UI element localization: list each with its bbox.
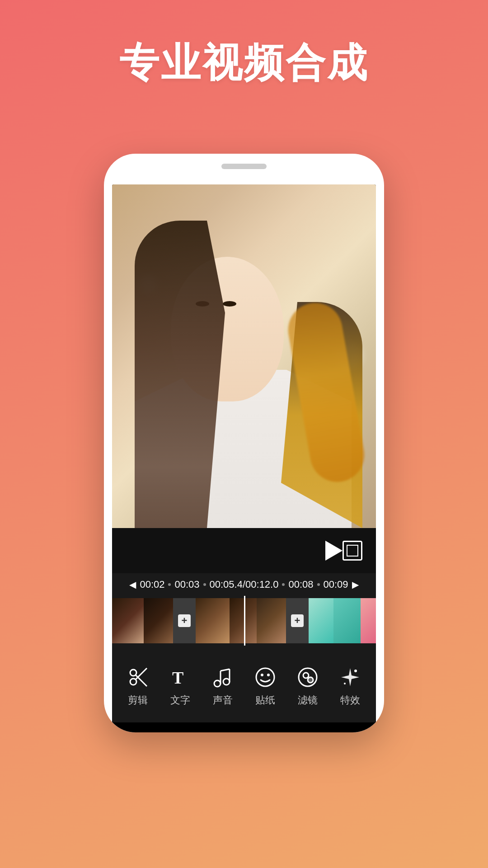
timeline-bar: ◀ 00:02 00:03 00:05.4/00:12.0 00:08 00:0… xyxy=(112,573,376,596)
add-clip-button-1[interactable]: + xyxy=(173,598,196,643)
svg-point-15 xyxy=(308,677,313,683)
phone-shell: ◀ 00:02 00:03 00:05.4/00:12.0 00:08 00:0… xyxy=(104,154,384,732)
tool-effect-label: 特效 xyxy=(340,693,360,707)
timeline-dot-4 xyxy=(317,583,320,586)
timeline-arrow-left: ◀ xyxy=(129,579,136,590)
timeline-arrow-right: ▶ xyxy=(352,579,359,590)
add-icon-1: + xyxy=(178,614,191,627)
thumb-2 xyxy=(144,598,173,643)
thumb-5 xyxy=(257,598,286,643)
time-left-1: 00:02 xyxy=(140,579,164,590)
controls-bar xyxy=(112,528,376,573)
eye-right xyxy=(223,301,236,307)
tool-audio[interactable]: 声音 xyxy=(202,665,243,707)
svg-point-12 xyxy=(267,674,270,676)
add-clip-button-2[interactable]: + xyxy=(286,598,309,643)
thumb-img-1 xyxy=(112,598,144,643)
thumb-img-6 xyxy=(309,598,333,643)
music-icon xyxy=(211,665,235,689)
thumb-4 xyxy=(230,598,257,643)
thumb-img-8 xyxy=(361,598,376,643)
play-button-container[interactable] xyxy=(145,541,343,561)
smiley-icon xyxy=(253,665,277,689)
tool-cut[interactable]: 剪辑 xyxy=(117,665,158,707)
tool-filter-label: 滤镜 xyxy=(298,693,318,707)
svg-line-2 xyxy=(136,675,147,686)
phone-speaker xyxy=(221,164,267,169)
svg-point-17 xyxy=(354,670,357,672)
tool-audio-label: 声音 xyxy=(213,693,233,707)
svg-point-0 xyxy=(130,679,136,685)
scissors-icon xyxy=(126,665,150,689)
thumb-img-7 xyxy=(333,598,361,643)
filter-icon xyxy=(296,665,319,689)
tool-sticker[interactable]: 贴纸 xyxy=(245,665,286,707)
svg-point-1 xyxy=(130,670,136,676)
thumb-img-4 xyxy=(230,598,257,643)
svg-point-14 xyxy=(303,673,309,678)
timeline-dot-1 xyxy=(168,583,171,586)
timestamp-display: 00:05.4/00:12.0 xyxy=(210,579,279,590)
svg-point-10 xyxy=(256,668,274,686)
page-title: 专业视频合成 xyxy=(0,36,488,90)
page-container: 专业视频合成 xyxy=(0,0,488,868)
tool-cut-label: 剪辑 xyxy=(128,693,148,707)
thumbnail-strip[interactable]: + + xyxy=(112,596,376,646)
phone-screen: ◀ 00:02 00:03 00:05.4/00:12.0 00:08 00:0… xyxy=(112,184,376,732)
thumb-6 xyxy=(309,598,333,643)
bottom-toolbar: 剪辑 T 文字 xyxy=(112,646,376,722)
thumb-img-3 xyxy=(196,598,230,643)
thumb-7 xyxy=(333,598,361,643)
tool-text-label: 文字 xyxy=(170,693,190,707)
svg-line-9 xyxy=(221,669,230,671)
thumb-img-2 xyxy=(144,598,173,643)
svg-point-6 xyxy=(223,679,230,685)
svg-point-18 xyxy=(344,683,346,684)
svg-point-5 xyxy=(214,680,221,687)
add-icon-2: + xyxy=(291,614,304,627)
time-right-1: 00:08 xyxy=(288,579,313,590)
phone-mockup: ◀ 00:02 00:03 00:05.4/00:12.0 00:08 00:0… xyxy=(104,154,384,778)
time-left-2: 00:03 xyxy=(174,579,199,590)
tool-filter[interactable]: 滤镜 xyxy=(287,665,328,707)
tool-effect[interactable]: 特效 xyxy=(330,665,371,707)
thumb-3 xyxy=(196,598,230,643)
svg-text:T: T xyxy=(172,668,183,687)
tool-sticker-label: 贴纸 xyxy=(255,693,275,707)
timeline-dot-3 xyxy=(282,583,285,586)
thumb-8 xyxy=(361,598,376,643)
play-icon xyxy=(325,541,343,561)
fullscreen-button[interactable] xyxy=(343,541,362,561)
time-right-2: 00:09 xyxy=(324,579,348,590)
text-icon: T xyxy=(169,665,192,689)
svg-point-11 xyxy=(261,674,263,676)
sparkle-icon xyxy=(338,665,362,689)
svg-line-3 xyxy=(136,668,147,679)
thumb-1 xyxy=(112,598,144,643)
tool-text[interactable]: T 文字 xyxy=(160,665,201,707)
timeline-dot-2 xyxy=(203,583,206,586)
video-preview xyxy=(112,184,376,528)
timeline-cursor xyxy=(244,596,245,646)
thumb-img-5 xyxy=(257,598,286,643)
